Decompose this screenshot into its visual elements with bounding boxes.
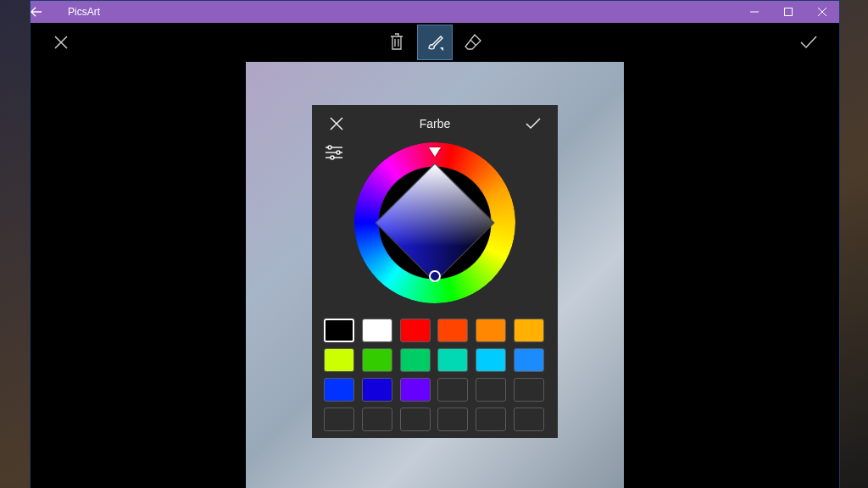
swatch-empty[interactable] <box>437 378 468 402</box>
swatch-empty[interactable] <box>362 408 392 431</box>
color-swatch[interactable] <box>437 319 468 342</box>
color-panel-confirm-button[interactable] <box>520 111 546 136</box>
swatch-empty[interactable] <box>476 378 506 402</box>
color-panel-close-button[interactable] <box>324 111 349 136</box>
color-panel-title: Farbe <box>349 117 520 130</box>
color-swatch[interactable] <box>362 348 392 372</box>
color-picker-panel: Farbe <box>312 105 558 438</box>
cancel-edit-button[interactable] <box>44 25 78 59</box>
trash-tool-button[interactable] <box>380 25 414 58</box>
color-swatch[interactable] <box>400 348 431 372</box>
hue-marker-icon <box>429 147 441 157</box>
swatch-empty[interactable] <box>324 408 354 431</box>
eraser-tool-button[interactable] <box>456 25 490 58</box>
minimize-button[interactable] <box>737 1 771 23</box>
swatch-empty[interactable] <box>437 408 468 431</box>
color-swatch[interactable] <box>400 378 431 402</box>
close-window-button[interactable] <box>805 1 839 23</box>
window-titlebar: PicsArt <box>31 1 839 23</box>
trash-icon <box>388 32 405 51</box>
color-swatch[interactable] <box>400 319 431 342</box>
editor-workspace: Farbe <box>31 62 839 488</box>
back-button[interactable] <box>31 6 64 18</box>
app-title: PicsArt <box>64 6 100 18</box>
color-swatch[interactable] <box>437 348 468 372</box>
color-swatch[interactable] <box>362 378 392 402</box>
svg-rect-0 <box>785 8 793 16</box>
swatch-grid <box>312 319 558 431</box>
confirm-edit-button[interactable] <box>792 25 826 59</box>
app-window: PicsArt <box>30 0 840 488</box>
editor-toolbar <box>31 23 839 62</box>
swatch-empty[interactable] <box>514 378 544 402</box>
color-swatch[interactable] <box>476 348 506 372</box>
color-swatch[interactable] <box>324 319 354 342</box>
color-wheel[interactable] <box>354 142 515 303</box>
color-swatch[interactable] <box>476 319 506 342</box>
brush-icon <box>426 33 444 52</box>
eraser-icon <box>464 33 482 50</box>
color-swatch[interactable] <box>324 348 354 372</box>
color-swatch[interactable] <box>514 348 544 372</box>
sv-cursor-icon <box>429 270 441 282</box>
color-swatch[interactable] <box>514 319 544 342</box>
brush-tool-button[interactable] <box>417 25 453 60</box>
swatch-empty[interactable] <box>514 408 544 431</box>
swatch-empty[interactable] <box>400 408 431 431</box>
color-swatch[interactable] <box>324 378 354 402</box>
color-swatch[interactable] <box>362 319 392 342</box>
maximize-button[interactable] <box>771 1 805 23</box>
swatch-empty[interactable] <box>476 408 506 431</box>
